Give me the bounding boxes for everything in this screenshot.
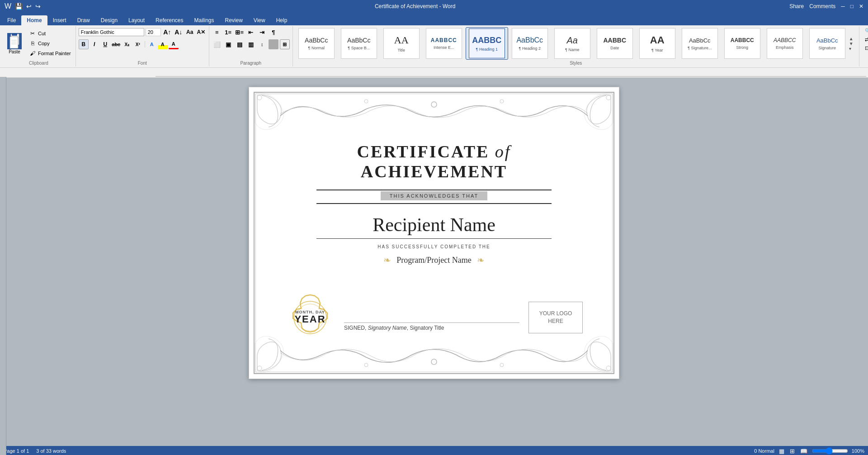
select-button[interactable]: ⊡ Select ▾ (862, 44, 868, 52)
tab-design[interactable]: Design (95, 15, 123, 25)
font-group: A↑ A↓ Aa A✕ B I U abc X₂ X² A A A Font (76, 26, 209, 66)
tab-home[interactable]: Home (21, 15, 47, 25)
style-normal[interactable]: AaBbCc ¶ Normal (296, 27, 337, 60)
align-right-button[interactable]: ▤ (235, 39, 245, 49)
style-year[interactable]: AA ¶ Year (637, 27, 678, 60)
styles-scroll-buttons[interactable]: ▲ ▼ ▾ (849, 27, 856, 60)
replace-icon: ⇄ (865, 37, 868, 43)
tab-file[interactable]: File (2, 15, 21, 25)
font-name-input[interactable] (79, 28, 144, 36)
strikethrough-button[interactable]: abc (111, 39, 121, 49)
tab-review[interactable]: Review (220, 15, 248, 25)
zoom-slider[interactable] (812, 447, 848, 455)
style-name[interactable]: Aa ¶ Name (552, 27, 593, 60)
style-intense-e[interactable]: AABBCC Intense E... (423, 27, 465, 60)
read-mode-button[interactable]: 📖 (799, 448, 808, 455)
text-highlight-button[interactable]: A (158, 39, 168, 49)
cert-bottom-line-ack (316, 203, 552, 204)
styles-scroll-down-button[interactable]: ▼ (849, 41, 856, 46)
name-preview-text: Aa (567, 35, 578, 46)
styles-group-content: AaBbCc ¶ Normal AaBbCc ¶ Space B... AA T… (296, 27, 856, 60)
tab-view[interactable]: View (248, 15, 271, 25)
clear-formatting-button[interactable]: A✕ (196, 27, 206, 37)
font-color-button[interactable]: A (169, 39, 179, 49)
style-emphasis-preview: AABBCC Emphasis (767, 28, 803, 59)
strong-label: Strong (736, 45, 748, 50)
svg-point-22 (500, 363, 504, 367)
text-effects-button[interactable]: A (147, 39, 157, 49)
multilevel-list-button[interactable]: ⊞≡ (235, 27, 245, 37)
paragraph-shading-button[interactable] (269, 39, 278, 49)
font-size-increase-button[interactable]: A↑ (162, 27, 172, 37)
style-signature[interactable]: AaBbCc ¶ Signature... (679, 27, 721, 60)
paste-button[interactable]: Paste (5, 32, 24, 55)
print-layout-view-button[interactable]: ▦ (778, 448, 785, 455)
tab-draw[interactable]: Draw (72, 15, 95, 25)
cut-button[interactable]: ✂ Cut (27, 29, 73, 38)
styles-group: AaBbCc ¶ Normal AaBbCc ¶ Space B... AA T… (293, 26, 859, 66)
close-button[interactable]: ✕ (859, 3, 863, 9)
tab-mailings[interactable]: Mailings (189, 15, 219, 25)
quick-access-redo-icon[interactable]: ↪ (35, 3, 41, 10)
tab-layout[interactable]: Layout (123, 15, 150, 25)
font-format-row: B I U abc X₂ X² A A A (79, 39, 179, 49)
line-spacing-button[interactable]: ↕ (257, 39, 267, 49)
style-heading2[interactable]: AaBbCc ¶ Heading 2 (509, 27, 551, 60)
word-logo-icon: W (5, 2, 11, 10)
editing-group: 🔍 Find ⇄ Replace ⊡ Select ▾ Editing (859, 26, 868, 66)
show-formatting-button[interactable]: ¶ (269, 27, 278, 37)
quick-access-save-icon[interactable]: 💾 (15, 3, 23, 10)
change-case-button[interactable]: Aa (185, 27, 195, 37)
superscript-button[interactable]: X² (133, 39, 143, 49)
heading1-preview-text: AABBC (472, 36, 501, 45)
align-center-button[interactable]: ▣ (223, 39, 233, 49)
copy-button[interactable]: ⎘ Copy (27, 39, 73, 48)
style-strong[interactable]: AABBCC Strong (722, 27, 763, 60)
subscript-button[interactable]: X₂ (122, 39, 132, 49)
style-date[interactable]: AABBC Date (594, 27, 636, 60)
styles-more-button[interactable]: ▾ (849, 46, 856, 51)
style-signature2[interactable]: AaBbCc Signature (807, 27, 848, 60)
web-layout-view-button[interactable]: ⊞ (789, 448, 796, 455)
bold-button[interactable]: B (79, 39, 89, 49)
minimize-button[interactable]: ─ (841, 3, 845, 9)
style-strong-preview: AABBCC Strong (724, 28, 760, 59)
cert-logo-placeholder: YOUR LOGO HERE (528, 302, 583, 333)
logo-line1: YOUR LOGO (539, 310, 572, 318)
decrease-indent-button[interactable]: ⇤ (246, 27, 256, 37)
style-title[interactable]: AA Title (381, 27, 422, 60)
format-painter-button[interactable]: 🖌 Format Painter (27, 49, 73, 58)
bullet-list-button[interactable]: ≡ (212, 27, 222, 37)
tab-help[interactable]: Help (271, 15, 293, 25)
quick-access-undo-icon[interactable]: ↩ (26, 3, 32, 10)
comments-button[interactable]: Comments (809, 3, 835, 9)
replace-button[interactable]: ⇄ Replace (862, 36, 868, 43)
maximize-button[interactable]: □ (850, 3, 854, 9)
title-bar: W 💾 ↩ ↪ Certificate of Achievement - Wor… (0, 0, 868, 13)
style-spaced[interactable]: AaBbCc ¶ Space B... (338, 27, 380, 60)
share-button[interactable]: Share (789, 3, 804, 9)
style-heading1[interactable]: AABBC ¶ Heading 1 (466, 27, 508, 60)
justify-button[interactable]: ▥ (246, 39, 256, 49)
italic-button[interactable]: I (90, 39, 99, 49)
svg-point-8 (257, 95, 262, 100)
styles-scroll-up-button[interactable]: ▲ (849, 36, 856, 41)
style-emphasis[interactable]: AABBCC Emphasis (764, 27, 806, 60)
align-left-button[interactable]: ⬜ (212, 39, 222, 49)
heading1-label: ¶ Heading 1 (476, 47, 498, 52)
document-page[interactable]: CERTIFICATE of ACHIEVEMENT THIS ACKNOWLE… (249, 87, 619, 379)
borders-button[interactable]: ⊞ (280, 39, 290, 49)
word-count: 3 of 33 words (36, 448, 66, 454)
style-date-preview: AABBC Date (597, 28, 633, 59)
date-label: Date (610, 46, 619, 50)
font-size-input[interactable] (146, 28, 161, 36)
tab-references[interactable]: References (150, 15, 189, 25)
heading2-preview-text: AaBbCc (516, 36, 543, 44)
font-size-decrease-button[interactable]: A↓ (174, 27, 184, 37)
tab-insert[interactable]: Insert (47, 15, 72, 25)
main-document-area: CERTIFICATE of ACHIEVEMENT THIS ACKNOWLE… (0, 78, 868, 446)
numbered-list-button[interactable]: 1≡ (223, 27, 233, 37)
underline-button[interactable]: U (100, 39, 110, 49)
find-button[interactable]: 🔍 Find (862, 27, 868, 35)
increase-indent-button[interactable]: ⇥ (257, 27, 267, 37)
